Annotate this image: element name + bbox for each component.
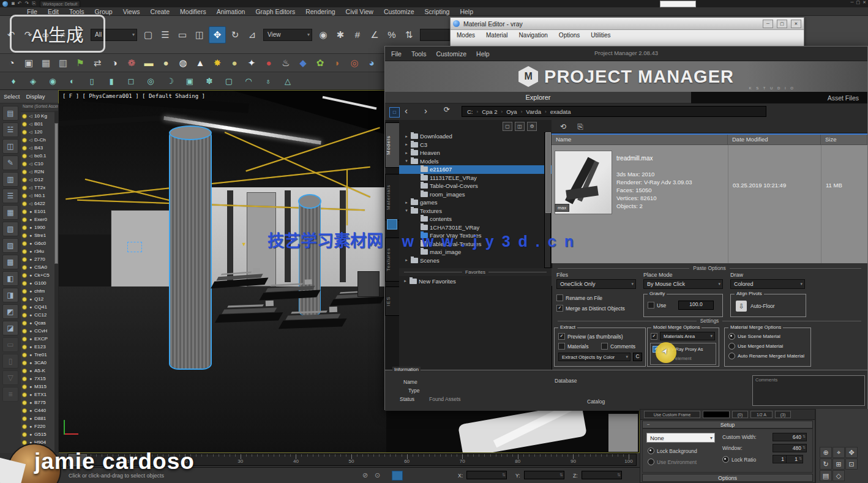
hide-toggle-icon[interactable] (22, 193, 27, 198)
column-header-name[interactable]: Name (552, 135, 728, 144)
orbit-icon[interactable]: ↻ (820, 459, 832, 470)
strip-icon[interactable]: ✎ (2, 155, 18, 170)
explorer-item[interactable]: ●EXCP (21, 335, 58, 343)
explorer-item[interactable]: ●B775 (21, 399, 58, 406)
hide-toggle-icon[interactable] (22, 345, 27, 350)
plugin-icon[interactable]: ✿ (313, 56, 327, 70)
place-mode-dropdown[interactable]: By Mouse Click (643, 279, 723, 289)
favorites-item[interactable]: ▸New Favorites (399, 276, 552, 286)
select-and-scale-icon[interactable]: ⊿ (244, 27, 260, 43)
hide-toggle-icon[interactable] (22, 369, 27, 373)
menu-tools[interactable]: Tools (69, 8, 84, 15)
explorer-item[interactable]: ●A5-K (21, 367, 58, 375)
plugin-icon[interactable]: ✦ (245, 56, 258, 70)
pm-menu-customize[interactable]: Customize (436, 50, 466, 58)
explorer-item[interactable]: ●M315 (21, 383, 58, 391)
sync-scene-button[interactable]: ⟲ (558, 122, 569, 132)
explorer-item[interactable]: ●Ck+C5 (21, 271, 58, 279)
menu-group[interactable]: Group (95, 8, 113, 15)
spinner-snap-icon[interactable]: ⇅ (401, 27, 417, 43)
plugin-icon[interactable]: ◔ (5, 56, 18, 70)
me-menu-utilities[interactable]: Utilities (591, 32, 610, 39)
breadcrumb-segment[interactable]: exadata (550, 108, 571, 115)
tool-icon[interactable]: ▮ (104, 75, 119, 88)
tree-item[interactable]: contents (399, 215, 552, 223)
explorer-item[interactable]: ●Stre1 (21, 231, 58, 239)
frame-field[interactable]: 1/2 A (750, 411, 773, 418)
explorer-scrollbar[interactable] (54, 111, 58, 453)
material-merge-radio[interactable]: Use Scene Material (728, 333, 780, 340)
color-swatch[interactable] (703, 411, 730, 418)
extract-by-color-dropdown[interactable]: Extract Objects by Color (558, 353, 630, 361)
menu-rendering[interactable]: Rendering (305, 8, 335, 15)
ratio-b-field[interactable]: 1 (786, 455, 803, 463)
view-settings-button[interactable]: ⚙ (527, 122, 537, 131)
use-pivot-center-icon[interactable]: ◉ (315, 27, 331, 43)
hide-toggle-icon[interactable] (22, 209, 27, 214)
explorer-item[interactable]: ●E101 (21, 208, 58, 215)
explorer-item[interactable]: ●CQ41 (21, 303, 58, 311)
tab-asset-files[interactable]: Asset Files (691, 92, 867, 103)
gravity-use-checkbox[interactable]: Use (648, 302, 666, 309)
strip-icon[interactable]: ≡ (2, 387, 18, 402)
explorer-item[interactable]: ◁D-Ch (21, 136, 58, 144)
hide-toggle-icon[interactable] (22, 241, 27, 246)
plugin-icon[interactable]: ✸ (211, 56, 224, 70)
extract-button[interactable]: C (633, 353, 642, 361)
draw-dropdown[interactable]: Colored (730, 279, 805, 289)
me-menu-material[interactable]: Material (486, 32, 508, 39)
me-menu-modes[interactable]: Modes (457, 32, 475, 39)
explorer-item[interactable]: ●CCvH (21, 327, 58, 335)
plugin-icon[interactable]: ◕ (365, 56, 378, 70)
tree-item[interactable]: ▸games (399, 198, 552, 207)
strip-icon[interactable]: ▩ (2, 255, 18, 269)
hide-toggle-icon[interactable] (22, 178, 27, 182)
pm-menu-file[interactable]: File (391, 50, 402, 58)
hide-toggle-icon[interactable] (22, 114, 27, 119)
viewport-label[interactable]: [ F ] [ PhysCamera001 ] [ Default Shadin… (62, 93, 205, 99)
plugin-icon[interactable]: ◆ (296, 56, 310, 70)
explorer-item[interactable]: ●chfm (21, 287, 58, 295)
tree-item[interactable]: ▸Downloaded (399, 132, 552, 141)
select-and-rotate-icon[interactable]: ↻ (227, 27, 243, 43)
hide-toggle-icon[interactable] (22, 122, 27, 127)
strip-icon[interactable]: ▦ (2, 205, 18, 220)
tab-materials[interactable]: Materials (385, 174, 400, 220)
tab-models[interactable]: Models (385, 122, 400, 168)
hide-toggle-icon[interactable] (22, 265, 27, 270)
tool-icon[interactable]: ◠ (241, 75, 256, 88)
strip-icon[interactable]: ◧ (2, 271, 18, 286)
hide-toggle-icon[interactable] (22, 257, 27, 262)
strip-icon[interactable]: ◩ (2, 304, 18, 319)
zoom-icon[interactable]: ⊕ (820, 447, 832, 458)
back-button[interactable]: ‹ (405, 105, 408, 116)
pm-menu-tools[interactable]: Tools (411, 50, 427, 58)
tool-icon[interactable]: ◻ (124, 75, 138, 88)
folder-up-icon[interactable]: □ (389, 107, 400, 118)
window-crossing-icon[interactable]: ◫ (192, 27, 208, 43)
hide-toggle-icon[interactable] (22, 162, 27, 167)
use-environment-radio[interactable]: Use Environment (648, 459, 697, 465)
hide-toggle-icon[interactable] (22, 432, 27, 437)
strip-icon[interactable]: ◨ (2, 288, 18, 302)
hide-toggle-icon[interactable] (22, 392, 27, 397)
explorer-item[interactable]: ◁6422 (21, 200, 58, 208)
plugin-icon[interactable]: ● (262, 56, 275, 70)
breadcrumb-segment[interactable]: Oya (506, 108, 517, 115)
hide-toggle-icon[interactable] (22, 400, 27, 405)
material-merge-radio[interactable]: Auto Rename Merged Material (728, 353, 804, 359)
strip-icon[interactable]: ◫ (2, 139, 18, 154)
explorer-item[interactable]: ●G515 (21, 430, 58, 438)
selection-lock-icon[interactable]: ⊙ (375, 471, 380, 479)
menu-civil-view[interactable]: Civil View (346, 8, 373, 15)
select-and-manipulate-icon[interactable]: ✱ (332, 27, 348, 43)
hide-toggle-icon[interactable] (22, 424, 27, 429)
explorer-item[interactable]: ●G6c0 (21, 239, 58, 247)
strip-icon[interactable]: ▤ (2, 106, 18, 121)
explorer-item[interactable]: ●CSA0 (21, 263, 58, 271)
menu-create[interactable]: Create (151, 8, 170, 15)
tool-icon[interactable]: ▣ (182, 75, 197, 88)
new-scene-icon[interactable]: ⎘ (32, 1, 36, 7)
menu-scripting[interactable]: Scripting (425, 8, 450, 15)
strip-icon[interactable]: ☰ (2, 189, 18, 203)
